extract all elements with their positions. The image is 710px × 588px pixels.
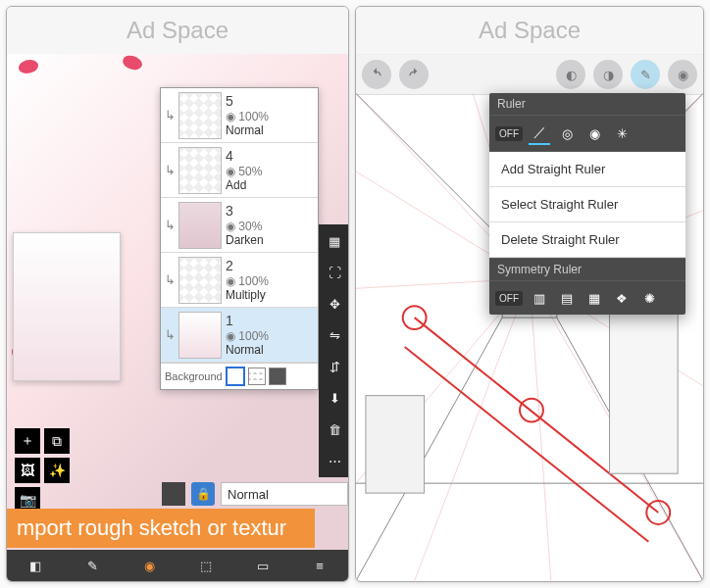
symmetry-header: Symmetry Ruler [489, 258, 685, 281]
layer-thumbnail [178, 92, 222, 139]
delete-icon[interactable]: 🗑 [324, 418, 345, 440]
color-wheel-icon[interactable]: ◉ [137, 554, 161, 577]
import-image-button[interactable]: 🖼 [15, 458, 40, 483]
radial-ruler-icon[interactable]: ✳ [611, 122, 633, 144]
bg-swatch-white[interactable] [226, 367, 245, 386]
layer-row[interactable]: ↳ 5 ◉ 100% Normal [161, 88, 318, 143]
layer-thumbnail [178, 202, 222, 249]
redo-button[interactable] [399, 60, 429, 89]
clip-icon[interactable] [162, 482, 185, 506]
straight-ruler-icon[interactable]: ／ [529, 122, 550, 145]
layer-row[interactable]: ↳ 3 ◉ 30% Darken [161, 198, 318, 253]
symmetry-off-toggle[interactable]: OFF [495, 291, 523, 306]
merge-down-icon[interactable]: ⬇ [324, 387, 345, 409]
blend-mode-dropdown[interactable]: Normal [221, 482, 348, 506]
more-icon[interactable]: ⋯ [324, 450, 345, 471]
svg-point-20 [403, 306, 427, 329]
right-screenshot: Ad Space ◐ ◑ ✎ ◉ [355, 6, 704, 582]
fill-icon[interactable]: ⬚ [194, 554, 218, 577]
ruler-popup: Ruler OFF ／ ◎ ◉ ✳ Add Straight Ruler Sel… [489, 93, 685, 315]
svg-line-1 [356, 93, 502, 239]
tool-button-4[interactable]: ◉ [668, 60, 697, 89]
bottom-toolbar: ◧ ✎ ◉ ⬚ ▭ ≡ [7, 550, 348, 581]
sym-vertical-icon[interactable]: ▥ [529, 287, 550, 309]
svg-rect-23 [366, 396, 425, 493]
layer-thumbnail [178, 147, 222, 194]
ellipse-ruler-icon[interactable]: ◉ [583, 122, 605, 144]
ad-space-bar: Ad Space [7, 7, 348, 55]
effects-button[interactable]: ✨ [44, 458, 70, 483]
top-toolbar: ◐ ◑ ✎ ◉ [356, 55, 703, 95]
svg-rect-24 [610, 308, 679, 473]
selection-icon[interactable]: ▭ [251, 554, 275, 577]
lock-alpha-button[interactable]: 🔒 [191, 482, 215, 506]
circle-ruler-icon[interactable]: ◎ [556, 122, 578, 144]
layer-row[interactable]: ↳ 1 ◉ 100% Normal [161, 308, 318, 363]
flip-h-icon[interactable]: ⇋ [324, 324, 345, 346]
layer-row[interactable]: ↳ 2 ◉ 100% Multiply [161, 253, 318, 308]
sym-kaleido-icon[interactable]: ❖ [611, 287, 633, 309]
layer-row[interactable]: ↳ 4 ◉ 50% Add [161, 143, 318, 198]
select-straight-ruler-item[interactable]: Select Straight Ruler [489, 187, 685, 222]
layers-panel: ↳ 5 ◉ 100% Normal ↳ 4 ◉ 50% Add ↳ [160, 87, 319, 390]
ruler-off-toggle[interactable]: OFF [495, 126, 523, 141]
flip-v-icon[interactable]: ⇵ [324, 356, 345, 377]
tool-button-1[interactable]: ◐ [556, 60, 585, 89]
duplicate-button[interactable]: ⧉ [44, 428, 70, 454]
undo-button[interactable] [362, 60, 391, 89]
bg-swatch-custom[interactable] [269, 368, 286, 385]
ruler-header: Ruler [489, 93, 685, 116]
ad-space-bar: Ad Space [356, 7, 703, 55]
bg-swatch-transparent[interactable] [248, 368, 266, 385]
layer-thumbnail [178, 312, 222, 359]
brush-icon[interactable]: ✎ [80, 554, 104, 577]
layer-thumbnail [178, 257, 222, 304]
add-layer-button[interactable]: ＋ [15, 428, 40, 454]
ruler-tools-row: OFF ／ ◎ ◉ ✳ [489, 116, 685, 152]
sym-radial-icon[interactable]: ✺ [638, 287, 660, 309]
background-row[interactable]: Background [161, 363, 318, 389]
eraser-icon[interactable]: ◧ [24, 554, 47, 577]
import-buttons: ＋ ⧉ 🖼 ✨ 📷 [15, 428, 74, 513]
checker-icon[interactable]: ▦ [324, 230, 345, 252]
move-icon[interactable]: ✥ [324, 293, 345, 315]
sym-quad-icon[interactable]: ▦ [583, 287, 605, 309]
layer-options-row: 🔒 Normal [162, 481, 348, 507]
add-straight-ruler-item[interactable]: Add Straight Ruler [489, 152, 685, 187]
settings-icon[interactable]: ⛶ [324, 262, 345, 283]
svg-line-13 [530, 278, 551, 580]
delete-straight-ruler-item[interactable]: Delete Straight Ruler [489, 222, 685, 258]
ruler-tool-button[interactable]: ✎ [631, 60, 660, 89]
canvas-preview-thumbnail[interactable] [13, 232, 121, 381]
layer-actions-strip: ▦ ⛶ ✥ ⇋ ⇵ ⬇ 🗑 ⋯ [319, 224, 349, 477]
symmetry-tools-row: OFF ▥ ▤ ▦ ❖ ✺ [489, 281, 685, 315]
svg-point-22 [646, 501, 670, 524]
hint-banner: mport rough sketch or textur [7, 509, 315, 548]
layers-icon[interactable]: ≡ [308, 554, 331, 577]
svg-line-14 [415, 278, 530, 580]
tool-button-2[interactable]: ◑ [593, 60, 623, 89]
sym-horizontal-icon[interactable]: ▤ [556, 287, 578, 309]
left-screenshot: Ad Space ↳ 5 ◉ 100% Normal ↳ [6, 6, 349, 582]
